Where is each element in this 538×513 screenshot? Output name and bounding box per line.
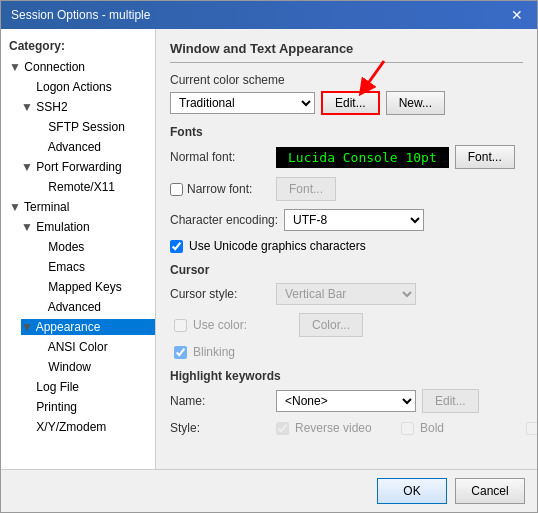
- main-panel: Window and Text Appearance Current color…: [156, 29, 537, 469]
- char-encoding-label: Character encoding:: [170, 213, 278, 227]
- blinking-row: Blinking: [174, 345, 523, 359]
- tree-item-remote-x11[interactable]: Remote/X11: [1, 177, 155, 197]
- cursor-style-label: Cursor style:: [170, 287, 270, 301]
- normal-font-button[interactable]: Font...: [455, 145, 515, 169]
- highlight-edit-button[interactable]: Edit...: [422, 389, 479, 413]
- color-scheme-group: Current color scheme Traditional: [170, 73, 523, 115]
- use-color-row: Use color: Color...: [170, 313, 523, 337]
- normal-font-label: Normal font:: [170, 150, 270, 164]
- expand-icon: ▼: [21, 320, 33, 334]
- cursor-style-select[interactable]: Vertical Bar: [276, 283, 416, 305]
- normal-font-row: Normal font: Lucida Console 10pt Font...: [170, 145, 523, 169]
- style-label: Style:: [170, 421, 270, 435]
- reverse-video-label: Reverse video: [295, 421, 395, 435]
- tree-item-connection[interactable]: ▼ Connection: [1, 57, 155, 77]
- dialog: Session Options - multiple ✕ Category: ▼…: [0, 0, 538, 513]
- tree-item-mapped-keys[interactable]: Mapped Keys: [1, 277, 155, 297]
- keywords-select[interactable]: <None>: [276, 390, 416, 412]
- expand-icon: ▼: [9, 200, 21, 214]
- char-encoding-row: Character encoding: UTF-8: [170, 209, 523, 231]
- unicode-label: Use Unicode graphics characters: [189, 239, 366, 253]
- tree-item-ansi-color[interactable]: ANSI Color: [1, 337, 155, 357]
- tree-item-emacs[interactable]: Emacs: [1, 257, 155, 277]
- expand-icon: ▼: [21, 160, 33, 174]
- dialog-title: Session Options - multiple: [11, 8, 150, 22]
- dialog-footer: OK Cancel: [1, 469, 537, 512]
- blinking-checkbox[interactable]: [174, 346, 187, 359]
- narrow-font-row: Narrow font: Font...: [170, 177, 523, 201]
- color-scheme-select[interactable]: Traditional: [170, 92, 315, 114]
- name-label: Name:: [170, 394, 270, 408]
- bold-checkbox[interactable]: [401, 422, 414, 435]
- edit-btn-container: Edit...: [321, 91, 380, 115]
- cursor-label: Cursor: [170, 263, 523, 277]
- cancel-button[interactable]: Cancel: [455, 478, 525, 504]
- unicode-row: Use Unicode graphics characters: [170, 239, 523, 253]
- tree-item-emulation[interactable]: ▼ Emulation: [1, 217, 155, 237]
- category-label: Category:: [1, 35, 155, 57]
- dialog-body: Category: ▼ Connection Logon Actions ▼ S…: [1, 29, 537, 469]
- tree-item-ssh-advanced[interactable]: Advanced: [1, 137, 155, 157]
- color-checkbox[interactable]: [526, 422, 537, 435]
- new-button[interactable]: New...: [386, 91, 445, 115]
- tree-item-printing[interactable]: Printing: [1, 397, 155, 417]
- narrow-font-checkbox[interactable]: [170, 183, 183, 196]
- expand-icon: ▼: [9, 60, 21, 74]
- red-arrow: [344, 57, 394, 97]
- tree-item-terminal[interactable]: ▼ Terminal: [1, 197, 155, 217]
- narrow-font-button[interactable]: Font...: [276, 177, 336, 201]
- close-button[interactable]: ✕: [507, 7, 527, 23]
- char-encoding-select[interactable]: UTF-8: [284, 209, 424, 231]
- title-bar: Session Options - multiple ✕: [1, 1, 537, 29]
- expand-icon: ▼: [21, 100, 33, 114]
- tree-item-xyz-modem[interactable]: X/Y/Zmodem: [1, 417, 155, 437]
- use-color-checkbox[interactable]: [174, 319, 187, 332]
- ok-button[interactable]: OK: [377, 478, 447, 504]
- style-row: Style: Reverse video Bold Color: [170, 421, 523, 435]
- narrow-font-label: Narrow font:: [170, 182, 270, 196]
- svg-line-1: [364, 61, 384, 89]
- name-row: Name: <None> Edit...: [170, 389, 523, 413]
- tree-item-sftp[interactable]: SFTP Session: [1, 117, 155, 137]
- highlight-label: Highlight keywords: [170, 369, 523, 383]
- expand-icon: ▼: [21, 220, 33, 234]
- reverse-video-checkbox[interactable]: [276, 422, 289, 435]
- tree-item-port-forwarding[interactable]: ▼ Port Forwarding: [1, 157, 155, 177]
- tree-item-log-file[interactable]: Log File: [1, 377, 155, 397]
- tree-item-logon-actions[interactable]: Logon Actions: [1, 77, 155, 97]
- tree-item-emulation-advanced[interactable]: Advanced: [1, 297, 155, 317]
- color-button[interactable]: Color...: [299, 313, 363, 337]
- blinking-label: Blinking: [193, 345, 235, 359]
- fonts-label: Fonts: [170, 125, 523, 139]
- cursor-style-row: Cursor style: Vertical Bar: [170, 283, 523, 305]
- tree-item-appearance[interactable]: ▼ Appearance: [1, 317, 155, 337]
- tree-item-ssh2[interactable]: ▼ SSH2: [1, 97, 155, 117]
- unicode-checkbox[interactable]: [170, 240, 183, 253]
- use-color-label: Use color:: [193, 318, 293, 332]
- font-display: Lucida Console 10pt: [276, 147, 449, 168]
- tree-item-window[interactable]: Window: [1, 357, 155, 377]
- tree-item-modes[interactable]: Modes: [1, 237, 155, 257]
- category-panel: Category: ▼ Connection Logon Actions ▼ S…: [1, 29, 156, 469]
- bold-label: Bold: [420, 421, 520, 435]
